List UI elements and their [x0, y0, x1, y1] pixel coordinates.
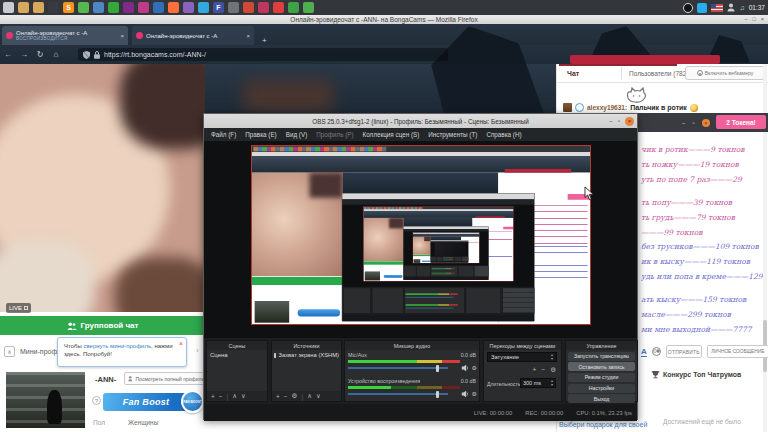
screenshot-icon[interactable] — [243, 2, 254, 13]
flameshot-icon[interactable]: F — [213, 2, 224, 13]
move-up-icon[interactable]: ∧ — [232, 392, 237, 400]
telegram-icon[interactable] — [198, 2, 209, 13]
start-streaming-button[interactable]: Запустить трансляцию — [568, 352, 635, 361]
spin-down-icon[interactable]: ▾ — [551, 356, 553, 361]
sources-panel-title[interactable]: Источники — [272, 341, 341, 350]
new-tab-button[interactable]: + — [262, 36, 267, 45]
move-down-icon[interactable]: ∨ — [241, 392, 246, 400]
mint-menu-icon[interactable] — [3, 2, 14, 13]
telegram-tray-icon[interactable] — [697, 3, 707, 13]
enable-webcam-button[interactable]: Включить вебкамеру — [685, 66, 765, 80]
url-bar[interactable]: https://rt.bongacams.com/-ANN-/ — [78, 48, 448, 61]
source-list-item[interactable]: Захват экрана (XSHM) — [272, 350, 341, 360]
close-button[interactable]: × — [625, 117, 634, 126]
fan-boost-banner[interactable]: Fan Boost — [103, 393, 189, 411]
minimize-button[interactable]: − — [609, 116, 613, 126]
close-icon[interactable]: × — [702, 119, 710, 127]
settings-button[interactable]: Настройки — [568, 384, 635, 393]
emoji-picker-icon[interactable] — [652, 347, 661, 356]
view-full-profile-button[interactable]: Посмотреть полный профиль — [124, 372, 208, 385]
tooltip-close-icon[interactable]: × — [179, 340, 183, 348]
tab-bongacams-2[interactable]: Онлайн-эровидеочат с -А × — [132, 26, 254, 45]
exit-button[interactable]: Выход — [568, 394, 635, 403]
add-source-icon[interactable]: + — [276, 393, 280, 400]
source-properties-icon[interactable]: ⚙ — [292, 392, 298, 400]
privacy-icon[interactable] — [123, 2, 134, 13]
gear-icon[interactable]: ⚙ — [472, 391, 477, 398]
menu-view[interactable]: Вид (V) — [286, 131, 308, 138]
menu-tools[interactable]: Инструменты (T) — [428, 131, 477, 138]
tooltip-link[interactable]: свернуть мини-профиль — [83, 343, 151, 349]
forward-icon[interactable]: → — [16, 50, 32, 59]
tab-close-icon[interactable]: × — [246, 33, 250, 39]
gift-link[interactable]: Выбери подарок для своей — [559, 421, 647, 428]
shield-icon[interactable] — [108, 2, 119, 13]
speaker-icon[interactable] — [461, 390, 469, 398]
settings-gear-icon[interactable] — [228, 2, 239, 13]
minimize-button[interactable]: − — [744, 16, 747, 22]
controls-panel-title[interactable]: Управление — [566, 341, 637, 350]
documents-icon[interactable] — [93, 2, 104, 13]
remove-transition-icon[interactable]: − — [541, 366, 545, 374]
speaker-icon[interactable] — [461, 364, 469, 372]
spin-down-icon[interactable]: ▾ — [551, 382, 553, 387]
scenes-panel-title[interactable]: Сцены — [207, 341, 267, 350]
tab-bongacams-playing[interactable]: Онлайн-эровидеочат с -А ВОСПРОИЗВОДИТСЯ … — [2, 26, 128, 45]
maximize-button[interactable]: □ — [752, 16, 755, 22]
menu-edit[interactable]: Правка (E) — [245, 131, 276, 138]
package-icon[interactable] — [78, 2, 89, 13]
reload-icon[interactable]: ↻ — [32, 50, 48, 59]
remove-scene-icon[interactable]: − — [219, 393, 223, 400]
tab-users[interactable]: Пользователи (782) — [629, 70, 688, 77]
keyboard-layout-flag-icon[interactable] — [711, 4, 723, 12]
menu-scene-collection[interactable]: Коллекция сцен (S) — [363, 131, 420, 138]
screen-capture-source[interactable] — [251, 145, 591, 325]
firefox-icon[interactable] — [168, 2, 179, 13]
mixer-panel-title[interactable]: Микшер аудио — [345, 341, 479, 350]
transition-properties-icon[interactable]: ⚙ — [550, 366, 556, 374]
group-chat-button[interactable]: Групповой чат — [0, 316, 205, 335]
tools-icon[interactable] — [303, 2, 314, 13]
private-message-button[interactable]: ЛИЧНОЕ СООБЩЕНИЕ — [707, 345, 768, 358]
terminal-icon[interactable] — [48, 2, 59, 13]
text-format-button[interactable]: A — [641, 347, 647, 357]
remove-source-icon[interactable]: − — [284, 393, 288, 400]
folder-icon[interactable] — [33, 2, 44, 13]
model-photo[interactable] — [6, 372, 85, 428]
chat-username[interactable]: alexxy19631: — [587, 104, 627, 111]
home-icon[interactable]: ⌂ — [48, 50, 64, 59]
transitions-panel-title[interactable]: Переходы между сценами — [484, 341, 561, 350]
chevron-right-icon[interactable]: › — [196, 346, 199, 355]
collapse-mini-profile-button[interactable]: ∧ — [4, 346, 15, 357]
minimize-icon[interactable]: − — [682, 120, 686, 126]
tracking-shield-icon[interactable] — [83, 51, 90, 59]
maximize-button[interactable]: ▫ — [618, 116, 620, 126]
slider-handle[interactable] — [436, 391, 439, 398]
sublime-icon[interactable]: S — [63, 2, 74, 13]
fullscreen-icon[interactable] — [24, 306, 28, 310]
photos-icon[interactable] — [258, 2, 269, 13]
menu-help[interactable]: Справка (H) — [486, 131, 521, 138]
send-button[interactable]: ОТПРАВИТЬ — [666, 345, 702, 358]
scene-list-item[interactable]: Сцена — [207, 350, 267, 360]
system-monitor-icon[interactable] — [288, 2, 299, 13]
slider-handle[interactable] — [436, 365, 439, 372]
obs-preview[interactable] — [204, 141, 637, 338]
firefox-titlebar[interactable]: Онлайн-эровидеочат с -ANN- на BongaCams … — [0, 15, 768, 24]
move-down-icon[interactable]: ∨ — [316, 392, 321, 400]
transition-select[interactable]: Затухание ▴▾ — [487, 352, 557, 362]
close-button[interactable]: × — [761, 16, 764, 22]
user-session-icon[interactable] — [727, 3, 735, 12]
thunderbird-icon[interactable] — [153, 2, 164, 13]
recorder-icon[interactable] — [273, 2, 284, 13]
back-icon[interactable]: ← — [0, 50, 16, 59]
duration-spinbox[interactable]: 300 ms ▴▾ — [520, 378, 556, 388]
move-up-icon[interactable]: ∧ — [307, 392, 312, 400]
clock[interactable]: 01:37 — [749, 4, 765, 11]
obs-tray-icon[interactable] — [683, 3, 693, 13]
menu-file[interactable]: Файл (F) — [211, 131, 236, 138]
menu-profile[interactable]: Профиль (P) — [316, 131, 353, 138]
sound-menu-icon[interactable]: ♫ — [739, 4, 744, 11]
restore-icon[interactable]: ▫ — [693, 120, 695, 126]
tab-close-icon[interactable]: × — [120, 33, 124, 39]
